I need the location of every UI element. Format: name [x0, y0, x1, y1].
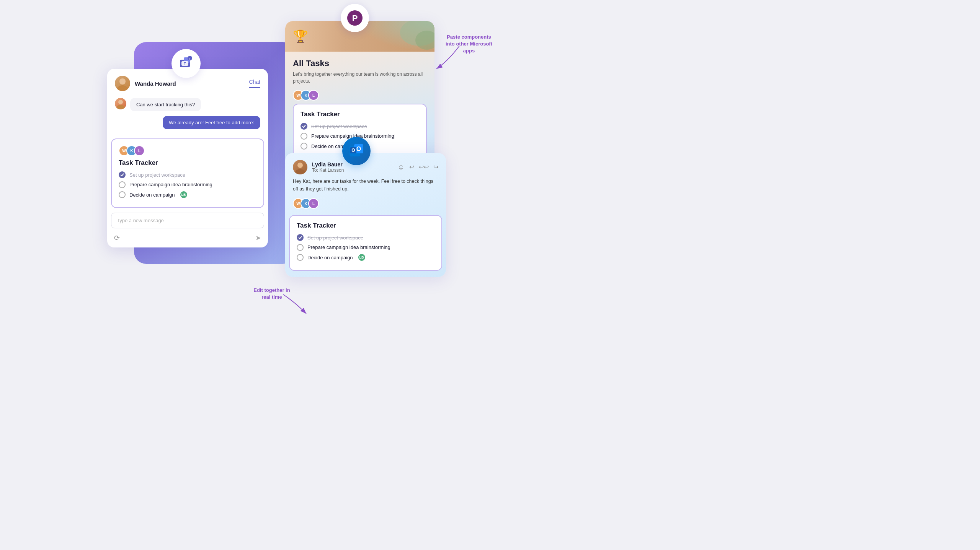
- task-item-2-chat: Prepare campaign idea brainstorming: [119, 181, 256, 188]
- svg-text:O: O: [351, 148, 355, 153]
- task-item-2-em: Prepare campaign idea brainstorming: [297, 244, 434, 251]
- svg-point-20: [295, 169, 305, 174]
- svg-point-8: [118, 100, 123, 104]
- task-tracker-title-alltasks: Task Tracker: [301, 111, 419, 118]
- check-empty-2-chat: [119, 181, 126, 188]
- trophy-emoji: 🏆: [293, 29, 308, 44]
- task-badge-3-em: LB: [358, 254, 365, 261]
- avatar-group-chat: W K L: [119, 145, 256, 156]
- forward-icon[interactable]: ↪: [433, 163, 438, 171]
- wanda-avatar: [115, 76, 130, 91]
- av-at-3: L: [308, 90, 319, 101]
- task-label-3-em: Decide on campaign: [307, 255, 353, 260]
- avatar-group-alltasks: W K L: [293, 90, 427, 101]
- all-tasks-desc: Let's bring together everything our team…: [293, 71, 427, 85]
- teams-icon: T T: [177, 54, 195, 73]
- task-label-2-chat: Prepare campaign idea brainstorming: [129, 182, 213, 187]
- check-done-1-at: [301, 123, 307, 130]
- email-to: To: Kat Larsson: [312, 168, 393, 173]
- svg-point-7: [117, 85, 128, 91]
- task-label-1-at: Set up project workspace: [311, 124, 367, 129]
- outlook-email-card: Lydia Bauer To: Kat Larsson ☺ ↩ ↩↩ ↪ Hey…: [285, 153, 446, 277]
- annotation-edit: Edit together inreal time: [241, 287, 302, 301]
- reply-icon[interactable]: ↩: [409, 163, 414, 171]
- sender-avatar-small: [115, 98, 126, 109]
- chat-messages: Can we start tracking this? We already a…: [107, 91, 268, 138]
- task-tracker-title-chat: Task Tracker: [119, 159, 256, 167]
- task-item-3-em: Decide on campaign LB: [297, 254, 434, 261]
- task-item-1-chat: Set up project workspace: [119, 171, 256, 178]
- chat-footer: ⟳ ➤: [107, 234, 268, 247]
- svg-text:T: T: [184, 62, 186, 65]
- svg-point-19: [297, 163, 303, 168]
- powerapps-icon: P: [346, 10, 363, 26]
- check-empty-3-chat: [119, 191, 126, 198]
- task-item-1-at: Set up project workspace: [301, 123, 419, 130]
- check-done-1-chat: [119, 171, 126, 178]
- svg-point-6: [119, 78, 126, 85]
- lydia-avatar: [293, 160, 307, 174]
- check-done-1-em: [297, 234, 304, 241]
- check-empty-2-at: [301, 133, 307, 140]
- svg-text:O: O: [356, 146, 361, 152]
- smile-icon[interactable]: ☺: [398, 163, 405, 171]
- task-tracker-email: Task Tracker Set up project workspace Pr…: [289, 215, 442, 271]
- message-input-area[interactable]: Type a new message: [111, 213, 264, 228]
- outlook-icon: O O: [348, 143, 365, 159]
- chat-tab[interactable]: Chat: [249, 79, 260, 88]
- sent-message-row: We already are! Feel free to add more:: [115, 116, 260, 129]
- task-label-1-chat: Set up project workspace: [129, 172, 185, 178]
- message-received: Can we start tracking this?: [130, 98, 201, 111]
- all-tasks-title: All Tasks: [293, 59, 427, 68]
- check-empty-3-em: [297, 254, 304, 261]
- task-badge-3-chat: LB: [180, 191, 187, 198]
- email-actions: ☺ ↩ ↩↩ ↪: [398, 163, 438, 171]
- email-body: Hey Kat, here are our tasks for the week…: [285, 177, 446, 198]
- annotation-paste: Paste componentsinto other Microsoftapps: [438, 34, 500, 55]
- outlook-icon-circle: O O: [342, 137, 371, 165]
- cursor-2-chat: [213, 183, 213, 188]
- check-empty-3-at: [301, 143, 307, 150]
- task-label-2-em: Prepare campaign idea brainstorming: [307, 244, 391, 250]
- cursor-2-em: [391, 246, 391, 251]
- powerapps-icon-circle: P: [341, 4, 369, 32]
- svg-point-9: [116, 105, 125, 109]
- svg-text:P: P: [352, 13, 358, 23]
- chat-user-name: Wanda Howard: [135, 80, 176, 87]
- received-message-row: Can we start tracking this?: [115, 98, 260, 111]
- cursor-2-at: [395, 134, 395, 139]
- svg-text:T: T: [189, 57, 191, 60]
- task-item-3-chat: Decide on campaign LB: [119, 191, 256, 198]
- message-sent: We already are! Feel free to add more:: [163, 116, 260, 129]
- task-tracker-chat: W K L Task Tracker Set up project worksp…: [111, 138, 264, 208]
- task-item-1-em: Set up project workspace: [297, 234, 434, 241]
- av-3: L: [134, 145, 145, 156]
- loop-icon[interactable]: ⟳: [114, 234, 120, 242]
- av-em-3: L: [308, 198, 319, 209]
- task-label-1-em: Set up project workspace: [307, 235, 363, 241]
- task-label-3-chat: Decide on campaign: [129, 192, 175, 198]
- teams-icon-circle: T T: [172, 49, 201, 78]
- send-icon[interactable]: ➤: [255, 234, 261, 242]
- message-input-placeholder: Type a new message: [117, 218, 164, 223]
- avatar-group-email: W K L: [285, 198, 446, 212]
- teams-chat-card: Wanda Howard Chat Can we start tracking …: [107, 69, 268, 247]
- check-empty-2-em: [297, 244, 304, 251]
- reply-all-icon[interactable]: ↩↩: [419, 163, 429, 171]
- task-tracker-title-email: Task Tracker: [297, 222, 434, 229]
